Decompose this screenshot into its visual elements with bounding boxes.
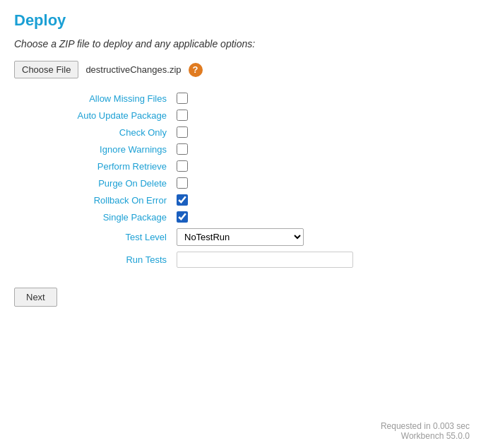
option-row-auto-update-package: Auto Update Package [21, 110, 467, 121]
file-row: Choose File destructiveChanges.zip ? [14, 61, 467, 78]
option-row-check-only: Check Only [21, 126, 467, 138]
footer: Requested in 0.003 sec Workbench 55.0.0 [381, 421, 470, 441]
option-row-single-package: Single Package [21, 211, 467, 223]
option-row-allow-missing-files: Allow Missing Files [21, 93, 467, 104]
subtitle: Choose a ZIP file to deploy and any appl… [14, 38, 467, 49]
option-label-test-level: Test Level [21, 232, 177, 242]
checkbox-auto-update-package[interactable] [177, 110, 188, 121]
checkbox-purge-on-delete[interactable] [177, 177, 188, 189]
choose-file-button[interactable]: Choose File [14, 61, 78, 78]
test-level-select[interactable]: NoTestRunRunLocalTestsRunAllTestsInOrgRu… [177, 228, 304, 246]
option-row-ignore-warnings: Ignore Warnings [21, 143, 467, 155]
option-label-purge-on-delete: Purge On Delete [21, 178, 177, 189]
option-label-allow-missing-files: Allow Missing Files [21, 93, 177, 104]
option-label-run-tests: Run Tests [21, 254, 177, 265]
option-label-ignore-warnings: Ignore Warnings [21, 144, 177, 155]
options-table: Allow Missing FilesAuto Update PackageCh… [21, 93, 467, 268]
page-title: Deploy [14, 11, 467, 30]
checkbox-rollback-on-error[interactable] [177, 194, 188, 206]
filename-display: destructiveChanges.zip [85, 64, 181, 75]
option-row-perform-retrieve: Perform Retrieve [21, 160, 467, 172]
checkbox-single-package[interactable] [177, 211, 188, 223]
option-row-rollback-on-error: Rollback On Error [21, 194, 467, 206]
option-label-perform-retrieve: Perform Retrieve [21, 161, 177, 172]
footer-line2: Workbench 55.0.0 [381, 431, 470, 441]
checkbox-check-only[interactable] [177, 126, 188, 138]
option-label-rollback-on-error: Rollback On Error [21, 195, 177, 206]
option-label-single-package: Single Package [21, 212, 177, 223]
option-label-auto-update-package: Auto Update Package [21, 110, 177, 121]
footer-line1: Requested in 0.003 sec [381, 421, 470, 431]
checkbox-allow-missing-files[interactable] [177, 93, 188, 104]
option-row-run-tests: Run Tests [21, 252, 467, 268]
option-row-test-level: Test LevelNoTestRunRunLocalTestsRunAllTe… [21, 228, 467, 246]
option-label-check-only: Check Only [21, 127, 177, 138]
checkbox-ignore-warnings[interactable] [177, 143, 188, 155]
checkbox-perform-retrieve[interactable] [177, 160, 188, 172]
help-icon[interactable]: ? [189, 63, 203, 77]
option-row-purge-on-delete: Purge On Delete [21, 177, 467, 189]
next-button[interactable]: Next [14, 288, 57, 307]
run-tests-input[interactable] [177, 252, 353, 268]
